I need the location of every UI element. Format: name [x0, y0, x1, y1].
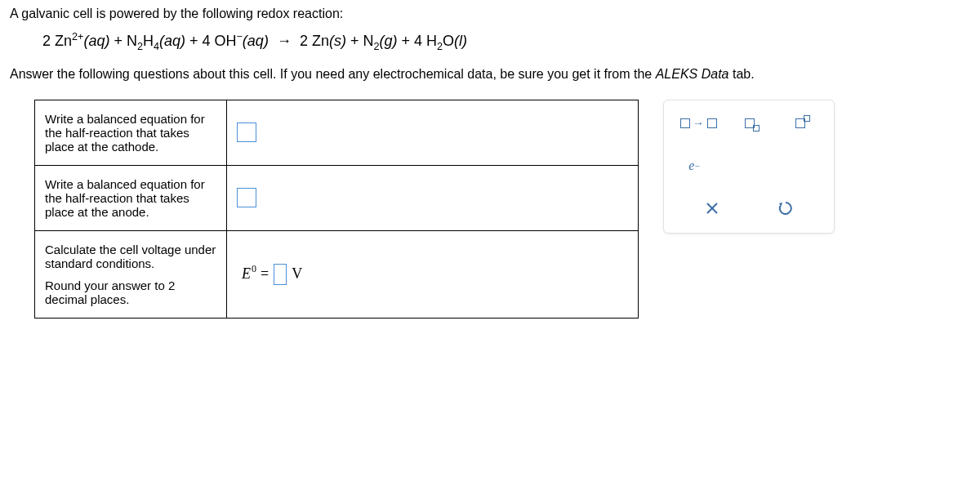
instruction-text: Answer the following questions about thi…	[10, 67, 970, 82]
cathode-input[interactable]	[237, 123, 256, 142]
equals-sign: =	[261, 265, 269, 283]
aleks-data-ref: ALEKS Data	[656, 67, 729, 81]
voltage-answer-cell: E0 = V	[227, 230, 639, 318]
anode-input[interactable]	[237, 188, 256, 207]
e-symbol: E	[242, 265, 251, 282]
palette-reaction-arrow[interactable]: →	[675, 109, 721, 138]
palette-electron[interactable]: e−	[675, 151, 713, 180]
cathode-answer-cell	[227, 100, 639, 165]
e-superscript: 0	[252, 263, 256, 274]
symbol-palette: → e−	[663, 100, 835, 234]
anode-prompt: Write a balanced equation for the half-r…	[35, 165, 227, 230]
reset-icon	[777, 200, 794, 216]
intro-text: A galvanic cell is powered by the follow…	[10, 7, 970, 21]
voltage-prompt: Calculate the cell voltage under standar…	[35, 230, 227, 318]
cathode-prompt: Write a balanced equation for the half-r…	[35, 100, 227, 165]
palette-subscript[interactable]	[734, 109, 772, 138]
close-icon	[705, 201, 719, 216]
palette-superscript[interactable]	[785, 109, 822, 138]
redox-equation: 2 Zn2+(aq) + N2H4(aq) + 4 OH−(aq) → 2 Zn…	[42, 31, 970, 52]
reset-button[interactable]	[763, 194, 808, 223]
voltage-unit: V	[292, 265, 302, 283]
voltage-input[interactable]	[274, 264, 287, 285]
anode-answer-cell	[227, 165, 639, 230]
question-table: Write a balanced equation for the half-r…	[34, 100, 639, 319]
clear-button[interactable]	[689, 194, 735, 223]
